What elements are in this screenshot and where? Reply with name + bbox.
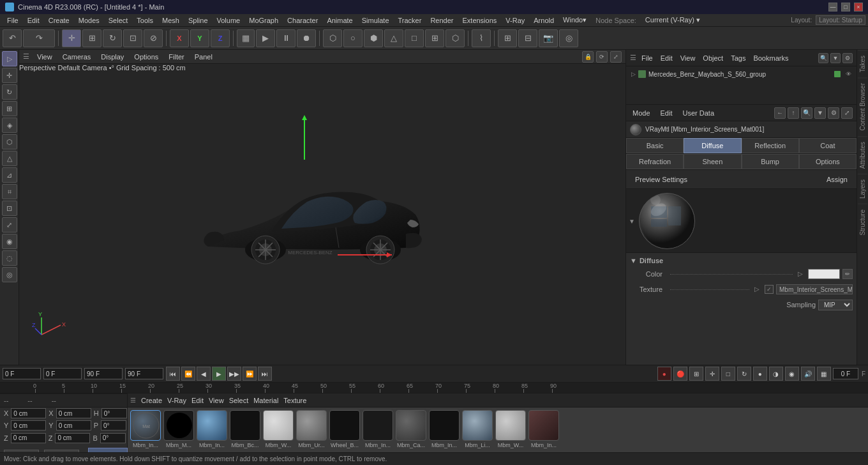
viewport-canvas[interactable]: Perspective Default Camera •° Grid Spaci… xyxy=(19,64,625,365)
menu-render[interactable]: Render xyxy=(426,15,458,26)
prim-tool6[interactable]: ⊞ xyxy=(425,29,444,47)
mat-tab-basic[interactable]: Basic xyxy=(626,138,684,153)
ms-menu-view[interactable]: View xyxy=(209,397,224,404)
left-tool-7[interactable]: △ xyxy=(2,151,17,166)
mat-thumb-6[interactable]: Wheel_B... xyxy=(329,410,360,448)
tl-tool9[interactable]: ▦ xyxy=(817,367,831,381)
viewport-solid[interactable]: ⊞ xyxy=(498,29,517,47)
mat-settings-btn[interactable]: ⚙ xyxy=(828,107,839,119)
pb-fwd-btn[interactable]: ▶▶ xyxy=(227,367,241,381)
sidebar-tab-layers[interactable]: Layers xyxy=(858,174,867,204)
menu-vray[interactable]: V-Ray xyxy=(501,15,529,26)
mat-search-btn[interactable]: 🔍 xyxy=(801,107,812,119)
prop-texture-toggle[interactable]: ✓ xyxy=(765,285,774,294)
prim-cyl[interactable]: ⬢ xyxy=(364,29,383,47)
menu-mesh[interactable]: Mesh xyxy=(158,15,184,26)
minimize-button[interactable]: — xyxy=(828,3,837,11)
rp-menu-view[interactable]: View xyxy=(678,54,698,62)
pb-end-btn[interactable]: ⏭ xyxy=(258,367,272,381)
y-axis-button[interactable]: Y xyxy=(190,29,209,47)
tl-tool2[interactable]: ✛ xyxy=(705,367,719,381)
vp-reset-btn[interactable]: ⟳ xyxy=(596,51,608,63)
coord-y-input[interactable] xyxy=(11,420,46,431)
tool5-button[interactable]: ⊘ xyxy=(144,29,163,47)
prop-color-swatch[interactable] xyxy=(808,269,840,279)
menu-volume[interactable]: Volume xyxy=(213,15,245,26)
left-tool-14[interactable]: ◎ xyxy=(2,267,17,282)
tl-tool5[interactable]: ● xyxy=(753,367,767,381)
mat-back-btn[interactable]: ← xyxy=(774,107,786,119)
vp-menu-display[interactable]: Display xyxy=(98,53,126,61)
vp-menu-panel[interactable]: Panel xyxy=(192,53,215,61)
mat-thumb-3[interactable]: Mbm_Bc... xyxy=(230,410,260,448)
menu-select[interactable]: Select xyxy=(104,15,133,26)
prop-color-expand-arrow[interactable]: ▷ xyxy=(798,270,805,278)
z-axis-button[interactable]: Z xyxy=(211,29,230,47)
prop-section-expand[interactable]: ▼ xyxy=(630,257,637,264)
prim-cube[interactable]: ⬡ xyxy=(323,29,342,47)
preview-settings-btn[interactable]: Preview Settings xyxy=(631,174,691,185)
frame-number-input[interactable] xyxy=(833,368,858,379)
mat-thumb-12[interactable]: Mbm_In... xyxy=(528,410,559,448)
tl-start-frame-input[interactable] xyxy=(3,368,41,379)
vp-menu-options[interactable]: Options xyxy=(131,53,161,61)
coord-x-input[interactable] xyxy=(11,408,46,418)
mat-tab-coat[interactable]: Coat xyxy=(799,138,857,153)
pb-next-btn[interactable]: ⏩ xyxy=(243,367,257,381)
mat-thumb-10[interactable]: Mbm_Li... xyxy=(462,410,493,448)
mat-thumb-0[interactable]: Mat Mbm_In... xyxy=(130,410,161,448)
mat-expand-btn[interactable]: ⤢ xyxy=(841,107,853,119)
move-tool-button[interactable]: ✛ xyxy=(62,29,81,47)
viewport-cam[interactable]: 📷 xyxy=(539,29,558,47)
sidebar-tab-takes[interactable]: Takes xyxy=(858,50,867,77)
mat-collapse-icon[interactable]: ▼ xyxy=(629,217,635,224)
mat-thumb-5[interactable]: Mbm_Ur... xyxy=(296,410,327,448)
tl-tool3[interactable]: □ xyxy=(721,367,735,381)
mat-tab-reflection[interactable]: Reflection xyxy=(742,138,799,153)
vp-zoom-btn[interactable]: ⤢ xyxy=(610,51,622,63)
left-tool-rotate[interactable]: ↻ xyxy=(2,84,17,100)
deform-tool[interactable]: ⌇ xyxy=(472,29,491,47)
vp-menu-view[interactable]: View xyxy=(34,53,55,61)
ms-menu-select[interactable]: Select xyxy=(229,397,249,404)
left-tool-9[interactable]: ⌗ xyxy=(2,184,17,199)
menu-extensions[interactable]: Extensions xyxy=(458,15,501,26)
rp-menu-edit[interactable]: Edit xyxy=(658,54,675,62)
obj-tool4[interactable]: ⏺ xyxy=(297,29,316,47)
tl-tool8[interactable]: 🔊 xyxy=(801,367,815,381)
menu-spline[interactable]: Spline xyxy=(184,15,213,26)
mat-thumb-4[interactable]: Mbm_W... xyxy=(263,410,294,448)
menu-tools[interactable]: Tools xyxy=(132,15,158,26)
prop-color-picker-btn[interactable]: ✏ xyxy=(842,269,853,279)
mat-tab-options[interactable]: Options xyxy=(799,154,857,169)
pb-prev-btn[interactable]: ⏪ xyxy=(181,367,195,381)
obj-tool3[interactable]: ⏸ xyxy=(276,29,296,47)
prop-texture-expand-btn[interactable]: ▷ xyxy=(754,286,762,293)
rotate-tool-button[interactable]: ↻ xyxy=(103,29,122,47)
tl-tool1[interactable]: ⊞ xyxy=(689,367,703,381)
viewport-wire[interactable]: ⊟ xyxy=(518,29,537,47)
maximize-button[interactable]: □ xyxy=(841,3,850,11)
menu-file[interactable]: File xyxy=(3,15,23,26)
left-tool-select[interactable]: ▷ xyxy=(2,51,17,66)
prim-plane[interactable]: □ xyxy=(405,29,424,47)
mat-toolbar-mode[interactable]: Mode xyxy=(630,108,653,118)
coord-hy-input[interactable] xyxy=(56,420,91,431)
left-tool-5[interactable]: ◈ xyxy=(2,118,17,133)
vp-lock-btn[interactable]: 🔒 xyxy=(582,51,594,63)
sidebar-tab-content[interactable]: Content Browser xyxy=(858,77,867,135)
mat-tab-sheen[interactable]: Sheen xyxy=(684,154,741,169)
tl-tool4[interactable]: ↻ xyxy=(737,367,751,381)
record-btn[interactable]: ● xyxy=(657,367,671,381)
redo-button[interactable]: ↷ xyxy=(23,29,55,47)
left-tool-move[interactable]: ✛ xyxy=(2,68,17,83)
menu-tracker[interactable]: Tracker xyxy=(394,15,426,26)
prim-cone[interactable]: △ xyxy=(384,29,403,47)
mat-up-btn[interactable]: ↑ xyxy=(788,107,799,119)
ms-menu-edit[interactable]: Edit xyxy=(191,397,204,404)
tl-current-frame-input[interactable] xyxy=(43,368,82,379)
rp-settings-btn[interactable]: ⚙ xyxy=(842,53,853,63)
tl-tool7[interactable]: ◉ xyxy=(785,367,799,381)
mat-filter-btn[interactable]: ▼ xyxy=(814,107,826,119)
menu-animate[interactable]: Animate xyxy=(322,15,357,26)
